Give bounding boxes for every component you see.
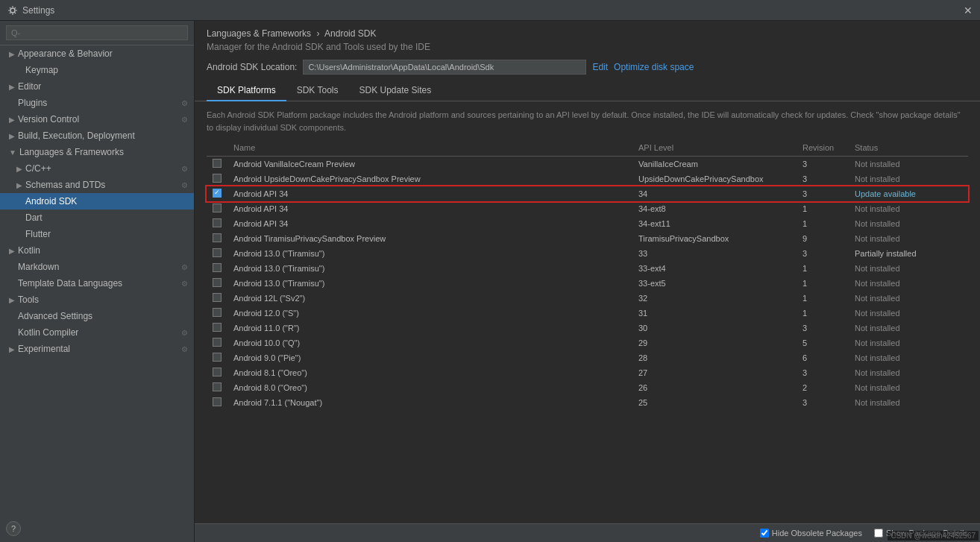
sidebar-item-appearance[interactable]: ▶Appearance & Behavior (0, 45, 194, 62)
sidebar-item-kotlin-compiler[interactable]: ▶Kotlin Compiler⚙ (0, 324, 194, 341)
tab-tools[interactable]: SDK Tools (286, 81, 349, 101)
row-revision: 3 (797, 365, 849, 380)
sidebar-item-version-control[interactable]: ▶Version Control⚙ (0, 111, 194, 127)
row-checkbox-cell (207, 276, 227, 291)
table-row[interactable]: Android 8.1 ("Oreo") 27 3 Not installed (207, 365, 968, 380)
row-revision: 2 (797, 380, 849, 395)
sidebar-item-label: Flutter (25, 229, 51, 239)
sidebar-item-label: Experimental (18, 344, 70, 354)
row-name: Android 11.0 ("R") (227, 321, 632, 335)
hide-obsolete-text: Hide Obsolete Packages (772, 529, 862, 538)
row-revision: 1 (797, 276, 849, 291)
row-checkbox-14[interactable] (213, 368, 222, 376)
tab-update-sites[interactable]: SDK Update Sites (349, 81, 442, 101)
table-row[interactable]: Android 12.0 ("S") 31 1 Not installed (207, 306, 968, 321)
table-row[interactable]: Android 12L ("Sv2") 32 1 Not installed (207, 291, 968, 306)
row-checkbox-12[interactable] (213, 338, 222, 347)
row-status: Not installed (849, 216, 968, 231)
sidebar-item-plugins[interactable]: ▶Plugins⚙ (0, 95, 194, 111)
sidebar-item-android-sdk[interactable]: ▶Android SDK (0, 193, 194, 209)
row-checkbox-10[interactable] (213, 308, 222, 317)
table-row[interactable]: Android API 34 34-ext8 1 Not installed (207, 201, 968, 216)
table-row[interactable]: Android 8.0 ("Oreo") 26 2 Not installed (207, 380, 968, 395)
row-checkbox-2[interactable] (213, 189, 222, 198)
row-name: Android UpsideDownCakePrivacySandbox Pre… (227, 171, 632, 186)
sidebar-item-experimental[interactable]: ▶Experimental⚙ (0, 341, 194, 357)
row-checkbox-3[interactable] (213, 204, 222, 212)
table-row[interactable]: Android VanillaIceCream Preview VanillaI… (207, 157, 968, 172)
sidebar-item-build[interactable]: ▶Build, Execution, Deployment (0, 127, 194, 144)
row-status: Update available (849, 186, 968, 201)
arrow-icon: ▶ (9, 132, 15, 140)
row-status: Partially installed (849, 246, 968, 261)
row-revision: 3 (797, 157, 849, 172)
sidebar-item-label: Kotlin (18, 245, 40, 256)
col-status: Status (849, 139, 968, 157)
close-button[interactable]: ✕ (964, 4, 973, 16)
col-api: API Level (632, 139, 797, 157)
tab-platforms[interactable]: SDK Platforms (207, 81, 286, 101)
table-row[interactable]: Android 10.0 ("Q") 29 5 Not installed (207, 335, 968, 350)
row-checkbox-4[interactable] (213, 218, 222, 227)
edit-link[interactable]: Edit (592, 62, 608, 72)
search-input[interactable] (6, 25, 188, 40)
sidebar-item-markdown[interactable]: ▶Markdown⚙ (0, 259, 194, 275)
row-checkbox-1[interactable] (213, 174, 222, 183)
row-checkbox-13[interactable] (213, 353, 222, 362)
sidebar-item-label: Plugins (18, 98, 47, 108)
row-status: Not installed (849, 157, 968, 172)
sidebar-item-editor[interactable]: ▶Editor (0, 78, 194, 95)
sidebar-item-template-data[interactable]: ▶Template Data Languages⚙ (0, 275, 194, 292)
row-api: 34 (632, 186, 797, 201)
row-api: UpsideDownCakePrivacySandbox (632, 171, 797, 186)
sidebar-item-tools[interactable]: ▶Tools (0, 292, 194, 308)
row-checkbox-5[interactable] (213, 233, 222, 242)
row-checkbox-0[interactable] (213, 159, 222, 168)
table-row[interactable]: Android API 34 34 3 Update available (207, 186, 968, 201)
table-row[interactable]: Android API 34 34-ext11 1 Not installed (207, 216, 968, 231)
gear-icon: ⚙ (181, 263, 188, 271)
sidebar-item-schemas[interactable]: ▶Schemas and DTDs⚙ (0, 177, 194, 193)
sidebar-item-keymap[interactable]: ▶Keymap (0, 62, 194, 78)
row-checkbox-6[interactable] (213, 248, 222, 257)
sidebar-item-languages[interactable]: ▼Languages & Frameworks (0, 144, 194, 160)
sidebar-item-flutter[interactable]: ▶Flutter (0, 226, 194, 242)
table-row[interactable]: Android 13.0 ("Tiramisu") 33-ext4 1 Not … (207, 261, 968, 276)
sdk-location-input[interactable] (303, 60, 586, 75)
sidebar-item-dart[interactable]: ▶Dart (0, 209, 194, 226)
table-row[interactable]: Android UpsideDownCakePrivacySandbox Pre… (207, 171, 968, 186)
gear-icon: ⚙ (181, 181, 188, 189)
row-checkbox-cell (207, 157, 227, 172)
sidebar-item-label: Languages & Frameworks (19, 147, 124, 157)
table-row[interactable]: Android 11.0 ("R") 30 3 Not installed (207, 321, 968, 335)
table-row[interactable]: Android 13.0 ("Tiramisu") 33 3 Partially… (207, 246, 968, 261)
row-checkbox-16[interactable] (213, 397, 222, 406)
help-button[interactable]: ? (6, 521, 21, 536)
row-checkbox-cell (207, 291, 227, 306)
row-status: Not installed (849, 365, 968, 380)
row-checkbox-8[interactable] (213, 278, 222, 287)
row-checkbox-7[interactable] (213, 263, 222, 272)
sidebar-item-cpp[interactable]: ▶C/C++⚙ (0, 160, 194, 177)
sidebar-item-advanced-settings[interactable]: ▶Advanced Settings (0, 308, 194, 324)
table-row[interactable]: Android 9.0 ("Pie") 28 6 Not installed (207, 350, 968, 365)
row-checkbox-9[interactable] (213, 293, 222, 302)
arrow-placeholder: ▶ (9, 312, 15, 321)
row-revision: 6 (797, 350, 849, 365)
hide-obsolete-label[interactable]: Hide Obsolete Packages (760, 529, 862, 538)
row-status: Not installed (849, 321, 968, 335)
hide-obsolete-checkbox[interactable] (760, 529, 769, 538)
row-checkbox-11[interactable] (213, 323, 222, 332)
sdk-location-row: Android SDK Location: Edit Optimize disk… (195, 57, 980, 81)
sdk-location-label: Android SDK Location: (207, 62, 297, 72)
sidebar-item-kotlin[interactable]: ▶Kotlin (0, 242, 194, 259)
row-api: 33 (632, 246, 797, 261)
table-row[interactable]: Android TiramisuPrivacySandbox Preview T… (207, 231, 968, 246)
optimize-link[interactable]: Optimize disk space (614, 62, 694, 72)
show-details-checkbox[interactable] (874, 529, 883, 538)
row-checkbox-15[interactable] (213, 382, 222, 391)
panel-description: Manager for the Android SDK and Tools us… (195, 40, 980, 57)
table-row[interactable]: Android 13.0 ("Tiramisu") 33-ext5 1 Not … (207, 276, 968, 291)
table-row[interactable]: Android 7.1.1 ("Nougat") 25 3 Not instal… (207, 395, 968, 410)
row-api: 31 (632, 306, 797, 321)
